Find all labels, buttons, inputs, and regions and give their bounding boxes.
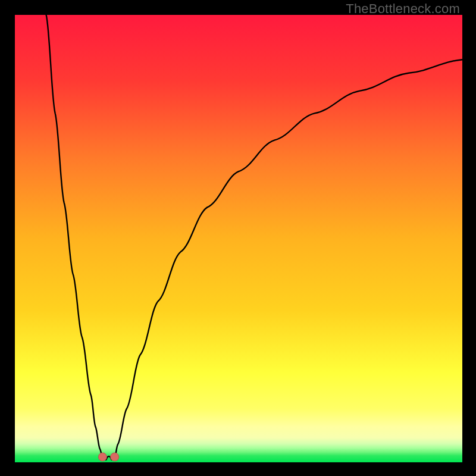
plot-area — [15, 15, 462, 462]
min-marker-1 — [98, 453, 107, 461]
chart-svg — [15, 15, 462, 462]
watermark-text: TheBottleneck.com — [346, 1, 460, 17]
gradient-background — [15, 15, 462, 462]
min-marker-2 — [111, 453, 119, 461]
stage: TheBottleneck.com — [0, 0, 476, 476]
